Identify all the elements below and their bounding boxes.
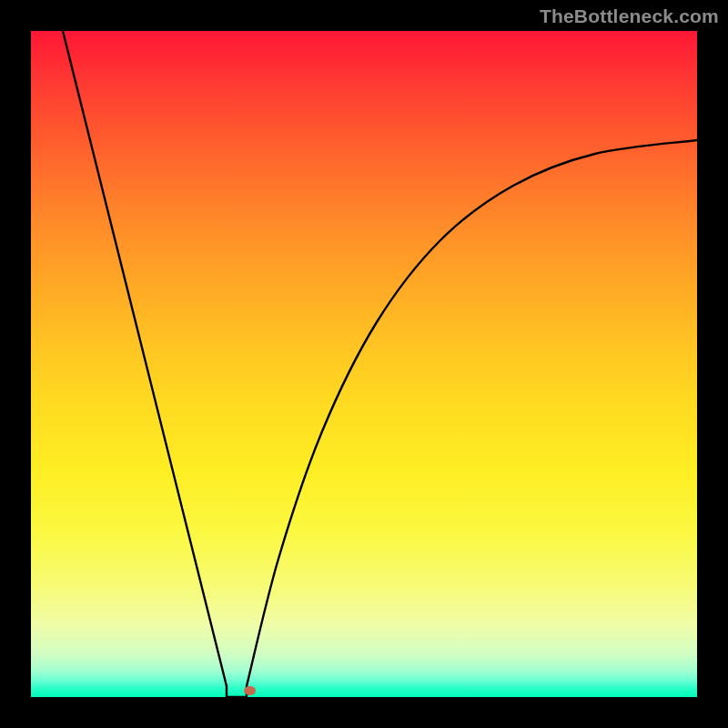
chart-frame: TheBottleneck.com bbox=[0, 0, 728, 728]
bottleneck-curve bbox=[31, 31, 697, 697]
watermark-text: TheBottleneck.com bbox=[540, 5, 719, 27]
bottleneck-point-marker bbox=[244, 686, 256, 695]
plot-area bbox=[31, 31, 697, 697]
